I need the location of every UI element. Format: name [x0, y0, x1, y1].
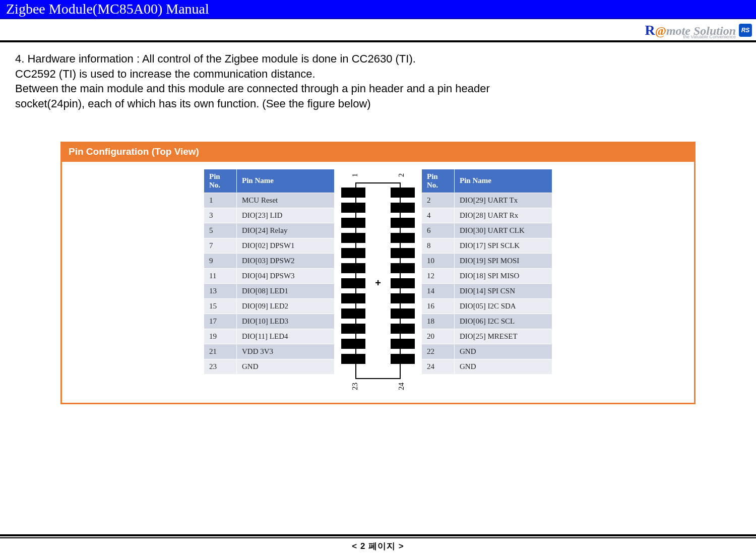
pin-name-cell: MCU Reset — [237, 193, 335, 208]
col-pin-no: Pin No. — [422, 169, 455, 193]
table-row: 21VDD 3V3 — [204, 344, 335, 359]
chip-pin-icon — [341, 324, 365, 334]
pin-table-right: Pin No. Pin Name 2DIO[29] UART Tx4DIO[28… — [421, 169, 552, 375]
pin-no-cell: 22 — [422, 344, 455, 359]
table-row: 12DIO[18] SPI MISO — [422, 268, 552, 283]
brand-logo-at: @ — [655, 24, 666, 37]
pin-no-cell: 23 — [204, 359, 237, 374]
table-row: 20DIO[25] MRESET — [422, 329, 552, 344]
pin-name-cell: DIO[23] LID — [237, 208, 335, 223]
pin-name-cell: DIO[08] LED1 — [237, 283, 335, 298]
pin-name-cell: DIO[14] SPI CSN — [455, 283, 552, 298]
pin-name-cell: GND — [455, 359, 552, 374]
chip-pin-icon — [341, 308, 365, 319]
chip-pin-icon — [391, 218, 415, 228]
pin-name-cell: DIO[19] SPI MOSI — [455, 253, 552, 268]
pin-no-cell: 2 — [422, 193, 455, 208]
pin-no-cell: 3 — [204, 208, 237, 223]
table-row: 8DIO[17] SPI SCLK — [422, 238, 552, 253]
chip-diagram: 1 2 + 23 24 — [338, 169, 418, 391]
table-row: 19DIO[11] LED4 — [204, 329, 335, 344]
footer-page-number: < 2 페이지 > — [0, 540, 756, 552]
table-row: 11DIO[04] DPSW3 — [204, 268, 335, 283]
pin-no-cell: 7 — [204, 238, 237, 253]
document-title: Zigbee Module(MC85A00) Manual — [6, 1, 750, 17]
pin-no-cell: 13 — [204, 283, 237, 298]
pin-name-cell: DIO[10] LED3 — [237, 314, 335, 329]
pin-name-cell: DIO[05] I2C SDA — [455, 298, 552, 314]
pin-no-cell: 17 — [204, 314, 237, 329]
chip-pin-icon — [391, 308, 415, 319]
brand-logo-r: R — [645, 22, 655, 38]
chip-pin-icon — [391, 293, 415, 303]
table-row: 10DIO[19] SPI MOSI — [422, 253, 552, 268]
table-row: 13DIO[08] LED1 — [204, 283, 335, 298]
title-bar: Zigbee Module(MC85A00) Manual — [0, 0, 756, 19]
pin-config-body: Pin No. Pin Name 1MCU Reset3DIO[23] LID5… — [60, 162, 696, 404]
chip-pin-icon — [341, 248, 365, 258]
logo-strip: R@mote Solution RS the Valuable Convenie… — [0, 19, 756, 42]
footer-rule-thin — [0, 537, 756, 538]
table-row: 15DIO[09] LED2 — [204, 298, 335, 314]
chip-pin-icon — [341, 293, 365, 303]
table-row: 3DIO[23] LID — [204, 208, 335, 223]
chip-corner-bl: 23 — [351, 381, 359, 391]
table-row: 23GND — [204, 359, 335, 374]
pin-no-cell: 14 — [422, 283, 455, 298]
pin-name-cell: VDD 3V3 — [237, 344, 335, 359]
pin-no-cell: 21 — [204, 344, 237, 359]
chip-pin-icon — [391, 203, 415, 213]
col-pin-name: Pin Name — [455, 169, 552, 193]
chip-pin-icon — [341, 188, 365, 198]
chip-pin-icon — [391, 324, 415, 334]
chip-pin-icon — [341, 218, 365, 228]
pin-name-cell: DIO[24] Relay — [237, 223, 335, 238]
chip-pins-left — [341, 188, 365, 364]
pin-no-cell: 12 — [422, 268, 455, 283]
hw-line-1: 4. Hardware information : All control of… — [15, 51, 741, 67]
pin-no-cell: 15 — [204, 298, 237, 314]
pin-no-cell: 20 — [422, 329, 455, 344]
chip-pin-icon — [391, 354, 415, 364]
pin-no-cell: 18 — [422, 314, 455, 329]
chip-bottom-labels: 23 24 — [338, 382, 418, 391]
pin-name-cell: DIO[11] LED4 — [237, 329, 335, 344]
table-row: 9DIO[03] DPSW2 — [204, 253, 335, 268]
pin-name-cell: GND — [455, 344, 552, 359]
footer-rule-thick — [0, 534, 756, 536]
pin-no-cell: 5 — [204, 223, 237, 238]
pin-name-cell: DIO[06] I2C SCL — [455, 314, 552, 329]
pin-config-panel: Pin Configuration (Top View) Pin No. Pin… — [60, 142, 696, 404]
table-row: 5DIO[24] Relay — [204, 223, 335, 238]
chip-top-labels: 1 2 — [338, 171, 418, 179]
pin-no-cell: 24 — [422, 359, 455, 374]
chip-pin-icon — [341, 233, 365, 243]
chip-body: + — [355, 182, 401, 379]
chip-corner-tr: 2 — [397, 170, 406, 180]
brand-badge-icon: RS — [739, 24, 752, 37]
table-row: 2DIO[29] UART Tx — [422, 193, 552, 208]
hw-line-3: Between the main module and this module … — [15, 81, 741, 96]
table-row: 6DIO[30] UART CLK — [422, 223, 552, 238]
pin-name-cell: DIO[18] SPI MISO — [455, 268, 552, 283]
brand-logo-subtitle: the Valuable Convenience — [683, 34, 736, 39]
pin-table-left: Pin No. Pin Name 1MCU Reset3DIO[23] LID5… — [204, 169, 335, 375]
chip-pins-right — [391, 188, 415, 364]
chip-corner-tl: 1 — [351, 170, 359, 180]
table-row: 22GND — [422, 344, 552, 359]
chip-pin-icon — [341, 339, 365, 349]
table-row: 17DIO[10] LED3 — [204, 314, 335, 329]
pin-no-cell: 9 — [204, 253, 237, 268]
pin-no-cell: 16 — [422, 298, 455, 314]
page-footer: < 2 페이지 > — [0, 534, 756, 552]
pin-name-cell: DIO[17] SPI SCLK — [455, 238, 552, 253]
pin-name-cell: DIO[03] DPSW2 — [237, 253, 335, 268]
chip-pin-icon — [341, 263, 365, 273]
table-row: 7DIO[02] DPSW1 — [204, 238, 335, 253]
pin-config-title: Pin Configuration (Top View) — [60, 142, 696, 162]
chip-center-mark: + — [356, 277, 400, 289]
pin-name-cell: GND — [237, 359, 335, 374]
pin-no-cell: 10 — [422, 253, 455, 268]
col-pin-name: Pin Name — [237, 169, 335, 193]
pin-name-cell: DIO[04] DPSW3 — [237, 268, 335, 283]
